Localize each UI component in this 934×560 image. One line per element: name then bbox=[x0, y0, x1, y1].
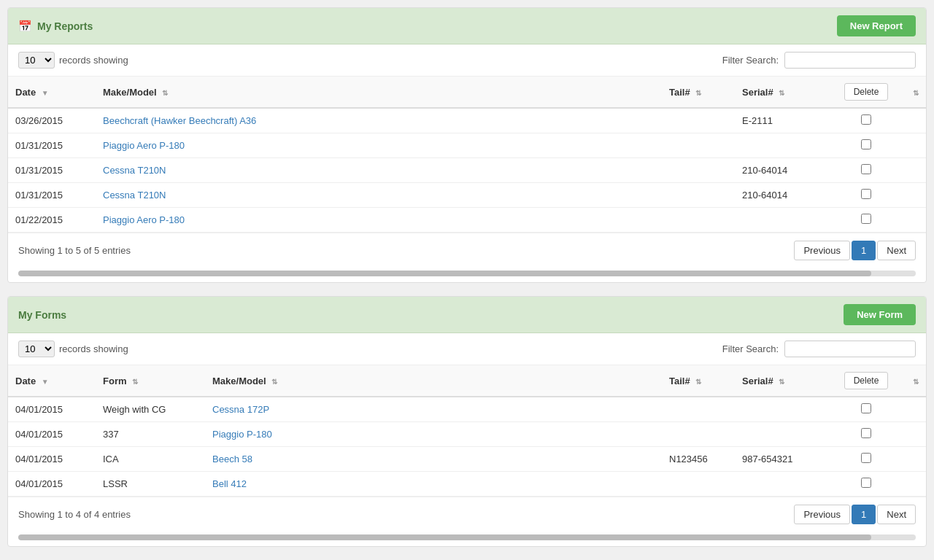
reports-row-date: 01/31/2015 bbox=[8, 158, 96, 183]
reports-col-serial[interactable]: Serial# ⇅ bbox=[735, 77, 830, 108]
forms-makemodel-link[interactable]: Piaggio P-180 bbox=[212, 429, 272, 440]
forms-page-1-button[interactable]: 1 bbox=[852, 505, 876, 524]
forms-makemodel-sort-icon: ⇅ bbox=[271, 378, 277, 386]
forms-row-serial bbox=[735, 472, 830, 497]
reports-filter-input[interactable] bbox=[784, 52, 916, 69]
forms-col-makemodel[interactable]: Make/Model ⇅ bbox=[205, 365, 662, 397]
forms-row-checkbox[interactable] bbox=[861, 428, 871, 438]
forms-filter-input[interactable] bbox=[784, 341, 916, 357]
forms-col-tail[interactable]: Tail# ⇅ bbox=[662, 365, 735, 397]
reports-row-makemodel: Piaggio Aero P-180 bbox=[96, 208, 662, 233]
forms-table: Date ▼ Form ⇅ Make/Model ⇅ Tail# ⇅ Seria… bbox=[8, 365, 926, 497]
forms-records-select[interactable]: 10 25 50 bbox=[18, 341, 55, 357]
reports-row-checkbox[interactable] bbox=[861, 114, 871, 125]
forms-row-checkbox[interactable] bbox=[861, 478, 871, 488]
reports-row-makemodel: Cessna T210N bbox=[96, 183, 662, 208]
forms-row-makemodel: Piaggio P-180 bbox=[205, 422, 662, 447]
forms-row-extra bbox=[903, 472, 926, 497]
forms-extra-sort-icon: ⇅ bbox=[913, 378, 919, 386]
forms-col-serial[interactable]: Serial# ⇅ bbox=[735, 365, 830, 397]
forms-makemodel-link[interactable]: Beech 58 bbox=[212, 454, 252, 464]
reports-row-checkbox[interactable] bbox=[861, 139, 871, 149]
forms-row-form: LSSR bbox=[96, 472, 205, 497]
reports-row-checkbox[interactable] bbox=[861, 189, 871, 199]
reports-row-date: 01/31/2015 bbox=[8, 133, 96, 158]
reports-row-checkbox-cell bbox=[830, 133, 903, 158]
forms-date-sort-icon: ▼ bbox=[42, 378, 49, 386]
reports-row-serial bbox=[735, 133, 830, 158]
reports-row-makemodel: Piaggio Aero P-180 bbox=[96, 133, 662, 158]
reports-row-extra bbox=[903, 208, 926, 233]
reports-makemodel-link[interactable]: Cessna T210N bbox=[103, 190, 166, 201]
reports-row-checkbox-cell bbox=[830, 183, 903, 208]
reports-records-showing: 10 25 50 records showing bbox=[18, 52, 128, 69]
reports-row-tail bbox=[662, 208, 735, 233]
forms-footer: Showing 1 to 4 of 4 entries Previous 1 N… bbox=[8, 497, 926, 532]
calendar-icon: 📅 bbox=[18, 20, 32, 33]
forms-pagination: Previous 1 Next bbox=[794, 505, 916, 524]
forms-row-extra bbox=[903, 422, 926, 447]
reports-scrollbar[interactable] bbox=[18, 271, 916, 276]
forms-row-serial bbox=[735, 397, 830, 422]
reports-records-label: records showing bbox=[59, 55, 128, 66]
forms-scrollbar[interactable] bbox=[18, 534, 916, 540]
reports-table-row: 01/31/2015 Cessna T210N 210-64014 bbox=[8, 158, 926, 183]
forms-row-tail: N123456 bbox=[662, 447, 735, 472]
forms-prev-button[interactable]: Previous bbox=[794, 505, 850, 524]
reports-panel: 📅 My Reports New Report 10 25 50 records… bbox=[7, 7, 927, 283]
reports-table-row: 01/22/2015 Piaggio Aero P-180 bbox=[8, 208, 926, 233]
forms-row-checkbox-cell bbox=[830, 472, 903, 497]
reports-row-serial bbox=[735, 208, 830, 233]
forms-filter-label: Filter Search: bbox=[722, 343, 779, 354]
reports-table: Date ▼ Make/Model ⇅ Tail# ⇅ Serial# ⇅ De… bbox=[8, 77, 926, 233]
reports-makemodel-link[interactable]: Cessna T210N bbox=[103, 165, 166, 176]
forms-makemodel-link[interactable]: Bell 412 bbox=[212, 478, 247, 489]
forms-controls: 10 25 50 records showing Filter Search: bbox=[8, 333, 926, 365]
reports-row-serial: E-2111 bbox=[735, 108, 830, 133]
forms-col-form[interactable]: Form ⇅ bbox=[96, 365, 205, 397]
reports-table-row: 01/31/2015 Cessna T210N 210-64014 bbox=[8, 183, 926, 208]
reports-records-select[interactable]: 10 25 50 bbox=[18, 52, 55, 69]
reports-row-checkbox-cell bbox=[830, 208, 903, 233]
forms-delete-button[interactable]: Delete bbox=[844, 372, 889, 389]
forms-row-extra bbox=[903, 397, 926, 422]
reports-row-extra bbox=[903, 183, 926, 208]
reports-col-extra[interactable]: ⇅ bbox=[903, 77, 926, 108]
reports-makemodel-link[interactable]: Piaggio Aero P-180 bbox=[103, 214, 185, 225]
forms-row-serial bbox=[735, 422, 830, 447]
reports-col-makemodel[interactable]: Make/Model ⇅ bbox=[96, 77, 662, 108]
forms-makemodel-link[interactable]: Cessna 172P bbox=[212, 404, 269, 415]
reports-pagination: Previous 1 Next bbox=[794, 241, 916, 260]
forms-row-checkbox[interactable] bbox=[861, 403, 871, 413]
forms-col-extra[interactable]: ⇅ bbox=[903, 365, 926, 397]
forms-records-showing: 10 25 50 records showing bbox=[18, 341, 128, 357]
reports-row-tail bbox=[662, 133, 735, 158]
new-report-button[interactable]: New Report bbox=[837, 15, 916, 36]
reports-row-makemodel: Cessna T210N bbox=[96, 158, 662, 183]
forms-panel: My Forms New Form 10 25 50 records showi… bbox=[7, 296, 927, 547]
reports-makemodel-link[interactable]: Beechcraft (Hawker Beechcraft) A36 bbox=[103, 115, 256, 126]
reports-panel-header: 📅 My Reports New Report bbox=[8, 8, 926, 44]
forms-table-header-row: Date ▼ Form ⇅ Make/Model ⇅ Tail# ⇅ Seria… bbox=[8, 365, 926, 397]
reports-delete-button[interactable]: Delete bbox=[844, 83, 889, 101]
forms-row-tail bbox=[662, 422, 735, 447]
forms-row-checkbox[interactable] bbox=[861, 453, 871, 463]
forms-row-form: Weigh with CG bbox=[96, 397, 205, 422]
forms-showing-text: Showing 1 to 4 of 4 entries bbox=[18, 509, 131, 520]
reports-next-button[interactable]: Next bbox=[877, 241, 916, 260]
reports-row-checkbox[interactable] bbox=[861, 214, 871, 224]
reports-prev-button[interactable]: Previous bbox=[794, 241, 850, 260]
reports-col-delete: Delete bbox=[830, 77, 903, 108]
reports-row-serial: 210-64014 bbox=[735, 183, 830, 208]
forms-col-delete: Delete bbox=[830, 365, 903, 397]
reports-page-1-button[interactable]: 1 bbox=[852, 241, 876, 260]
reports-row-checkbox[interactable] bbox=[861, 164, 871, 174]
reports-makemodel-link[interactable]: Piaggio Aero P-180 bbox=[103, 140, 185, 151]
new-form-button[interactable]: New Form bbox=[844, 304, 916, 325]
forms-next-button[interactable]: Next bbox=[877, 505, 916, 524]
makemodel-sort-icon: ⇅ bbox=[162, 89, 168, 97]
reports-col-date[interactable]: Date ▼ bbox=[8, 77, 96, 108]
forms-col-date[interactable]: Date ▼ bbox=[8, 365, 96, 397]
reports-col-tail[interactable]: Tail# ⇅ bbox=[662, 77, 735, 108]
date-sort-icon: ▼ bbox=[42, 89, 49, 97]
